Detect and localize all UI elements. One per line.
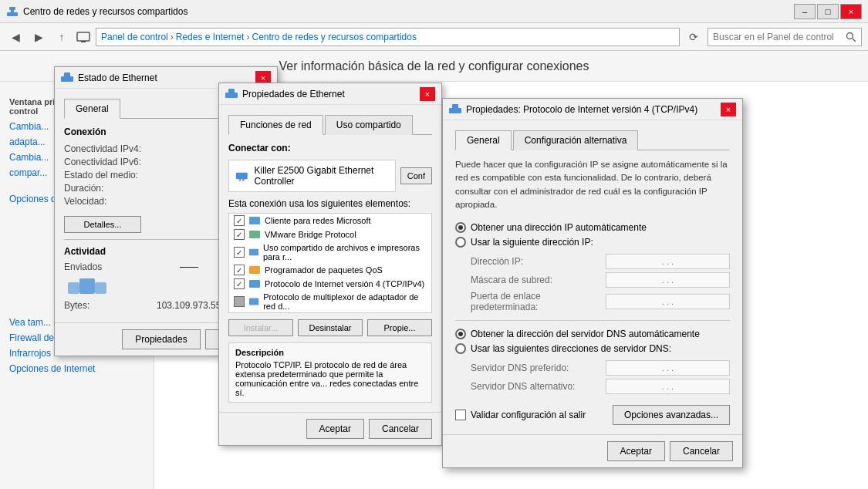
sidebar-link-opciones-internet[interactable]: Opciones de Internet: [0, 361, 154, 376]
gateway-input[interactable]: [606, 294, 730, 309]
cancel-button-prop-ethernet[interactable]: Cancelar: [369, 419, 432, 439]
tab-funciones-red[interactable]: Funciones de red: [228, 115, 323, 135]
svg-rect-15: [239, 179, 241, 180]
element-vmware[interactable]: VMware Bridge Protocol: [229, 228, 431, 241]
prop-properties-button[interactable]: Propie...: [367, 319, 432, 336]
adapter-box: Killer E2500 Gigabit Ethernet Controller: [228, 160, 396, 192]
install-button[interactable]: Instalar...: [228, 319, 293, 336]
cancel-button-tcp[interactable]: Cancelar: [670, 441, 733, 461]
up-button[interactable]: ↑: [52, 28, 71, 46]
search-input[interactable]: [713, 32, 843, 42]
description-title: Descripción: [235, 348, 425, 357]
alt-dns-label: Servidor DNS alternativo:: [471, 381, 606, 392]
page-title: Ver información básica de la red y confi…: [279, 59, 589, 73]
speed-label: Velocidad:: [64, 196, 157, 207]
ethernet-title-left: Estado de Ethernet: [61, 73, 157, 83]
adapter-icon: [235, 170, 248, 182]
element-qos[interactable]: Programador de paquetes QoS: [229, 263, 431, 277]
back-button[interactable]: ◀: [6, 28, 25, 46]
radio-auto-ip[interactable]: [455, 222, 466, 233]
radio-manual-ip[interactable]: [455, 237, 466, 248]
manual-ip-row: Usar la siguiente dirección IP:: [455, 237, 730, 248]
dialog-tcp: Propiedades: Protocolo de Internet versi…: [442, 98, 743, 468]
network-activity-icon: [64, 275, 110, 298]
conf-button[interactable]: Conf: [400, 167, 432, 184]
close-button[interactable]: ×: [840, 4, 862, 19]
svg-rect-20: [249, 266, 260, 274]
element-uso-compartido[interactable]: Uso compartido de archivos e impresoras …: [229, 241, 431, 263]
tab-config-alt[interactable]: Configuración alternativa: [513, 130, 639, 150]
prop-ethernet-close-button[interactable]: ×: [420, 87, 435, 101]
element-lldp[interactable]: Controlador de protocolo LLDP de Microso…: [229, 312, 431, 313]
ip-radio-group: Obtener una dirección IP automáticamente…: [455, 222, 730, 248]
accept-button-prop-ethernet[interactable]: Aceptar: [306, 419, 364, 439]
svg-point-5: [847, 32, 853, 39]
validate-checkbox[interactable]: [455, 410, 466, 420]
search-icon: [846, 32, 856, 42]
checkbox-cliente[interactable]: [234, 215, 245, 226]
maximize-button[interactable]: □: [817, 4, 839, 19]
manual-ip-label: Usar la siguiente dirección IP:: [471, 237, 593, 248]
ipv4-label: Conectividad IPv4:: [64, 143, 157, 154]
elements-list: Cliente para redes Microsoft VMware Brid…: [228, 213, 432, 313]
prop-ethernet-title-bar: Propiedades de Ethernet ×: [219, 83, 441, 105]
accept-button-tcp[interactable]: Aceptar: [607, 441, 665, 461]
checkbox-vmware[interactable]: [234, 229, 245, 240]
minimize-button[interactable]: –: [794, 4, 816, 19]
checkbox-qos[interactable]: [234, 265, 245, 275]
checkbox-multiplex[interactable]: [234, 296, 245, 307]
tab-general-ethernet[interactable]: General: [64, 99, 120, 119]
svg-rect-12: [225, 93, 238, 98]
path-panel-control[interactable]: Panel de control: [101, 32, 168, 42]
forward-button[interactable]: ▶: [29, 28, 48, 46]
share-icon: [248, 247, 259, 258]
tcp-close-button[interactable]: ×: [721, 103, 736, 116]
subnet-field-row: Máscara de subred:: [455, 272, 730, 288]
adapter-row: Killer E2500 Gigabit Ethernet Controller…: [228, 160, 432, 192]
pref-dns-input[interactable]: [606, 360, 730, 376]
path-redes[interactable]: Redes e Internet: [176, 32, 245, 42]
checkbox-tcp4[interactable]: [234, 278, 245, 289]
state-label: Estado del medio:: [64, 170, 157, 180]
details-button[interactable]: Detalles...: [64, 216, 141, 233]
element-label-2: VMware Bridge Protocol: [265, 230, 356, 239]
ip-label: Dirección IP:: [471, 256, 606, 267]
svg-rect-9: [79, 278, 95, 294]
elements-btn-row: Instalar... Desinstalar Propie...: [228, 319, 432, 336]
prop-ethernet-tab-bar: Funciones de red Uso compartido: [228, 114, 432, 135]
element-label-4: Programador de paquetes QoS: [265, 265, 383, 275]
address-bar: ◀ ▶ ↑ Panel de control › Redes e Interne…: [0, 23, 868, 51]
radio-auto-dns[interactable]: [455, 329, 466, 339]
description-text: Protocolo TCP/IP. El protocolo de red de…: [235, 360, 425, 397]
element-tcpip4[interactable]: Protocolo de Internet versión 4 (TCP/IPv…: [229, 277, 431, 291]
path-centro[interactable]: Centro de redes y recursos compartidos: [252, 32, 416, 42]
ip-input[interactable]: [606, 254, 730, 269]
tab-general-tcp[interactable]: General: [455, 130, 512, 150]
gateway-label: Puerta de enlace predeterminada:: [471, 291, 606, 312]
tcp4-icon: [248, 278, 261, 289]
divider-tcp: [455, 320, 730, 321]
svg-rect-4: [81, 41, 86, 42]
client-icon: [248, 215, 261, 226]
svg-rect-7: [61, 76, 73, 82]
system-icon: [76, 29, 91, 45]
title-bar-left: Centro de redes y recursos compartidos: [6, 5, 187, 18]
advanced-button[interactable]: Opciones avanzadas...: [613, 405, 730, 425]
qos-icon: [248, 265, 261, 275]
address-path[interactable]: Panel de control › Redes e Internet › Ce…: [96, 28, 680, 46]
uninstall-button[interactable]: Desinstalar: [298, 319, 363, 336]
alt-dns-field-row: Servidor DNS alternativo:: [455, 379, 730, 394]
refresh-button[interactable]: ⟳: [684, 28, 703, 46]
ethernet-title: Estado de Ethernet: [78, 73, 157, 83]
tab-uso-compartido[interactable]: Uso compartido: [325, 115, 413, 135]
element-multiplex[interactable]: Protocolo de multiplexor de adaptador de…: [229, 291, 431, 312]
radio-manual-dns[interactable]: [455, 343, 466, 354]
element-cliente-redes[interactable]: Cliente para redes Microsoft: [229, 214, 431, 228]
checkbox-uso[interactable]: [234, 247, 245, 258]
subnet-input[interactable]: [606, 272, 730, 288]
element-label-3: Uso compartido de archivos e impresoras …: [263, 243, 427, 261]
tcp-icon: [449, 104, 461, 115]
dns-radio-group: Obtener la dirección del servidor DNS au…: [455, 329, 730, 354]
alt-dns-input[interactable]: [606, 379, 730, 394]
properties-button-ethernet[interactable]: Propiedades: [122, 329, 200, 349]
